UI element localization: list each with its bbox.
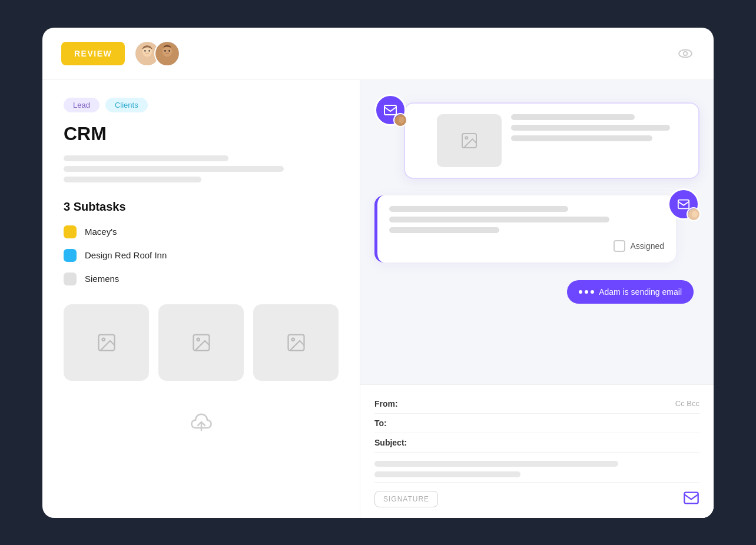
assigned-checkbox[interactable] [614,240,625,252]
cc-bcc-label[interactable]: Cc Bcc [675,399,699,408]
svg-point-3 [144,50,146,52]
typing-dot-1 [579,290,582,294]
msg-user-avatar [393,113,407,127]
svg-point-15 [197,338,200,341]
tag-clients[interactable]: Clients [105,98,148,112]
signature-button[interactable]: SIGNATURE [374,491,438,507]
typing-bubble: Adam is sending email [567,280,694,304]
subtask-dot-gray [64,272,77,285]
svg-point-9 [169,50,171,52]
svg-point-24 [465,137,467,139]
email-footer: SIGNATURE [374,482,699,509]
right-panel: Assigned [360,80,714,518]
subtasks-list: Macey's Design Red Roof Inn Siemens [64,225,339,285]
msg-line-1 [511,114,635,120]
subtask-item-maceys[interactable]: Macey's [64,225,339,238]
email-from-row: From: Cc Bcc [374,394,699,414]
msg-line-3 [511,135,652,141]
msg2-line-1 [389,206,568,212]
typing-dots [579,290,594,294]
message-card-1 [404,102,699,179]
svg-point-4 [149,50,151,52]
image-placeholder-2 [158,304,244,381]
msg2-line-3 [389,227,499,233]
svg-point-21 [399,117,404,123]
svg-point-11 [684,51,688,55]
email-subject-label: Subject: [374,438,416,447]
tag-lead[interactable]: Lead [64,98,100,112]
header: REVIEW [42,28,714,80]
svg-point-17 [291,338,294,341]
avatar-group [134,41,180,67]
subtask-item-design[interactable]: Design Red Roof Inn [64,249,339,262]
svg-point-6 [163,46,172,57]
svg-point-27 [692,211,698,217]
page-title: CRM [64,123,339,145]
email-to-row: To: [374,414,699,433]
body: Lead Clients CRM 3 Subtasks Macey's Desi… [42,80,714,518]
email-compose: From: Cc Bcc To: Subject: SIGNATURE [360,384,714,518]
image-placeholder-3 [253,304,339,381]
upload-cloud-icon [190,410,213,436]
upload-area[interactable] [64,404,339,448]
review-button[interactable]: REVIEW [61,42,125,65]
email-from-label: From: [374,399,416,408]
subtasks-heading: 3 Subtasks [64,200,339,214]
msg-user-avatar-2 [687,207,701,221]
email-subject-row: Subject: [374,433,699,453]
description-placeholder [64,155,339,182]
avatar-male [154,41,180,67]
typing-text: Adam is sending email [599,287,682,297]
svg-rect-19 [384,105,396,115]
ph-line-1 [64,155,228,161]
svg-point-13 [102,338,105,341]
email-to-label: To: [374,418,416,428]
msg-img-placeholder [437,114,502,167]
msg-text-lines [511,114,688,141]
email-body-line-1 [374,461,618,467]
msg2-text-lines [389,206,664,233]
typing-dot-2 [585,290,588,294]
image-placeholder-1 [64,304,149,381]
main-card: REVIEW [42,28,714,518]
svg-point-8 [164,50,166,52]
subtask-dot-blue [64,249,77,262]
assigned-label: Assigned [630,241,664,251]
msg-line-2 [511,125,670,131]
typing-dot-3 [591,290,594,294]
subtask-label-siemens: Siemens [85,274,119,284]
svg-point-10 [679,49,692,57]
email-body-line-2 [374,471,520,477]
svg-rect-29 [684,492,698,503]
assigned-row: Assigned [389,240,664,252]
image-grid [64,304,339,381]
svg-rect-25 [678,200,689,208]
left-panel: Lead Clients CRM 3 Subtasks Macey's Desi… [42,80,360,518]
message-card-2: Assigned [374,195,676,262]
subtask-item-siemens[interactable]: Siemens [64,272,339,285]
ph-line-3 [64,177,201,182]
messages-area: Assigned [360,80,714,384]
email-body-placeholder [374,453,699,482]
msg-avatar-2-wrapper [668,188,699,220]
subtask-label-design: Design Red Roof Inn [85,250,167,260]
subtask-dot-yellow [64,225,77,238]
tags: Lead Clients [64,98,339,112]
subtask-label-maceys: Macey's [85,227,117,237]
send-email-icon[interactable] [683,490,699,509]
ph-line-2 [64,166,284,172]
msg2-line-2 [389,217,609,222]
eye-icon[interactable] [676,44,695,63]
